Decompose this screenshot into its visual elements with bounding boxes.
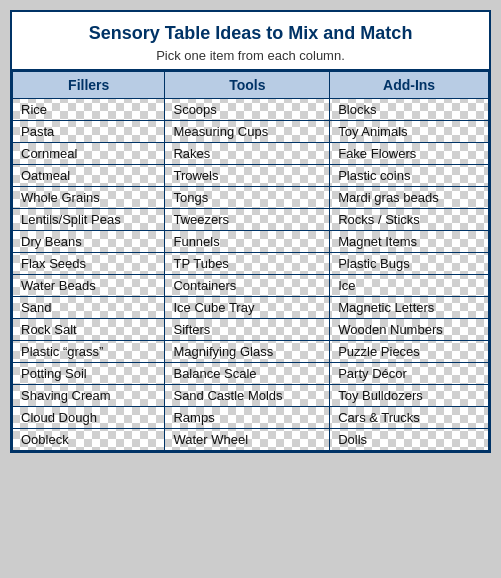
table-cell: Plastic “grass” [13,341,165,363]
table-row: Potting SoilBalance ScaleParty Décor [13,363,489,385]
header-row: Fillers Tools Add-Ins [13,72,489,99]
table-cell: TP Tubes [165,253,330,275]
table-cell: Potting Soil [13,363,165,385]
table-cell: Measuring Cups [165,121,330,143]
table-cell: Flax Seeds [13,253,165,275]
main-table: Fillers Tools Add-Ins RiceScoopsBlocksPa… [12,71,489,451]
table-row: Cloud DoughRampsCars & Trucks [13,407,489,429]
table-row: RiceScoopsBlocks [13,99,489,121]
table-cell: Dry Beans [13,231,165,253]
table-cell: Magnifying Glass [165,341,330,363]
table-cell: Whole Grains [13,187,165,209]
table-cell: Puzzle Pieces [330,341,489,363]
table-cell: Sifters [165,319,330,341]
table-cell: Trowels [165,165,330,187]
table-cell: Mardi gras beads [330,187,489,209]
table-row: Lentils/Split PeasTweezersRocks / Sticks [13,209,489,231]
table-cell: Water Wheel [165,429,330,451]
table-row: Water BeadsContainersIce [13,275,489,297]
table-cell: Ramps [165,407,330,429]
table-cell: Fake Flowers [330,143,489,165]
table-cell: Lentils/Split Peas [13,209,165,231]
table-cell: Pasta [13,121,165,143]
table-cell: Cloud Dough [13,407,165,429]
table-cell: Scoops [165,99,330,121]
table-cell: Oatmeal [13,165,165,187]
table-cell: Funnels [165,231,330,253]
card-title: Sensory Table Ideas to Mix and Match [22,22,479,45]
table-row: SandIce Cube TrayMagnetic Letters [13,297,489,319]
table-cell: Party Décor [330,363,489,385]
table-cell: Toy Bulldozers [330,385,489,407]
table-cell: Dolls [330,429,489,451]
card-subtitle: Pick one item from each column. [22,48,479,63]
table-cell: Cornmeal [13,143,165,165]
table-cell: Sand Castle Molds [165,385,330,407]
sensory-table-card: Sensory Table Ideas to Mix and Match Pic… [10,10,491,453]
table-cell: Rock Salt [13,319,165,341]
table-cell: Plastic Bugs [330,253,489,275]
table-header: Fillers Tools Add-Ins [13,72,489,99]
col-header-fillers: Fillers [13,72,165,99]
table-cell: Oobleck [13,429,165,451]
table-cell: Magnetic Letters [330,297,489,319]
table-cell: Tongs [165,187,330,209]
table-cell: Magnet Items [330,231,489,253]
col-header-tools: Tools [165,72,330,99]
table-cell: Balance Scale [165,363,330,385]
table-cell: Blocks [330,99,489,121]
table-cell: Ice Cube Tray [165,297,330,319]
table-cell: Tweezers [165,209,330,231]
table-row: CornmealRakesFake Flowers [13,143,489,165]
table-row: OatmealTrowelsPlastic coins [13,165,489,187]
table-cell: Rakes [165,143,330,165]
col-header-add-ins: Add-Ins [330,72,489,99]
table-row: PastaMeasuring CupsToy Animals [13,121,489,143]
table-wrapper: Fillers Tools Add-Ins RiceScoopsBlocksPa… [12,71,489,451]
table-cell: Shaving Cream [13,385,165,407]
table-row: Whole GrainsTongsMardi gras beads [13,187,489,209]
table-cell: Sand [13,297,165,319]
table-cell: Wooden Numbers [330,319,489,341]
table-row: Flax SeedsTP TubesPlastic Bugs [13,253,489,275]
table-cell: Rice [13,99,165,121]
table-row: OobleckWater WheelDolls [13,429,489,451]
table-body: RiceScoopsBlocksPastaMeasuring CupsToy A… [13,99,489,451]
table-cell: Ice [330,275,489,297]
table-cell: Cars & Trucks [330,407,489,429]
table-cell: Toy Animals [330,121,489,143]
card-header: Sensory Table Ideas to Mix and Match Pic… [12,12,489,71]
table-row: Dry BeansFunnelsMagnet Items [13,231,489,253]
table-row: Rock SaltSiftersWooden Numbers [13,319,489,341]
table-cell: Water Beads [13,275,165,297]
table-cell: Containers [165,275,330,297]
table-cell: Rocks / Sticks [330,209,489,231]
table-row: Plastic “grass”Magnifying GlassPuzzle Pi… [13,341,489,363]
table-cell: Plastic coins [330,165,489,187]
table-row: Shaving CreamSand Castle MoldsToy Bulldo… [13,385,489,407]
